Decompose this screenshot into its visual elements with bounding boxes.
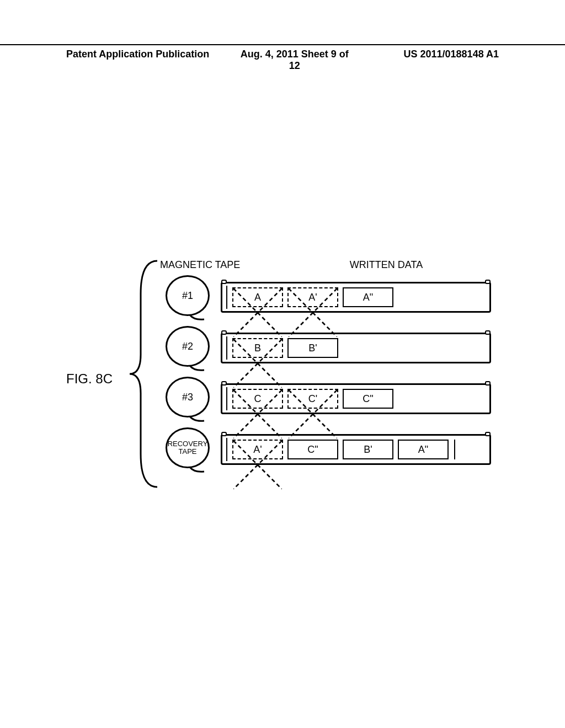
figure-label: FIG. 8C: [66, 371, 113, 387]
tape-leader-icon: [226, 387, 227, 410]
tape-strip: BB': [221, 333, 491, 363]
data-block: B': [343, 440, 393, 459]
data-block-label: C": [363, 393, 373, 405]
data-block-label: B: [254, 342, 261, 354]
tape-loop-icon: [485, 432, 491, 436]
curly-brace-icon: [127, 255, 160, 493]
data-block: C": [287, 440, 338, 459]
tape-loop-icon: [221, 280, 227, 284]
data-block-label: A": [418, 444, 428, 456]
tape-leader-icon: [226, 286, 227, 309]
reel-label: #2: [166, 326, 210, 367]
tape-loop-icon: [485, 330, 491, 335]
tape-loop-icon: [221, 432, 227, 436]
data-block: A: [232, 287, 283, 307]
tape-row: #2BB': [163, 323, 491, 373]
tape-strip: A'C"B'A": [221, 434, 491, 465]
column-headers: MAGNETIC TAPE WRITTEN DATA: [160, 259, 491, 271]
tape-reel: RECOVERYTAPE: [163, 425, 212, 474]
tape-reel: #3: [163, 374, 212, 423]
col-written-data: WRITTEN DATA: [248, 259, 491, 271]
data-block-label: C': [308, 393, 317, 405]
data-block-label: B': [308, 342, 317, 354]
tape-row: RECOVERYTAPEA'C"B'A": [163, 424, 491, 475]
tape-loop-icon: [221, 381, 227, 386]
header-left: Patent Application Publication: [66, 49, 234, 72]
page-header: Patent Application Publication Aug. 4, 2…: [0, 44, 565, 72]
data-block-label: A: [254, 292, 261, 303]
end-marker: [454, 440, 455, 459]
tape-row: #1AA'A": [163, 272, 491, 323]
header-mid: Aug. 4, 2011 Sheet 9 of 12: [234, 49, 355, 72]
data-block-label: A': [308, 292, 317, 303]
tape-loop-icon: [485, 280, 491, 284]
reel-label: #1: [166, 275, 210, 316]
data-block: B: [232, 338, 283, 358]
tape-loop-icon: [485, 381, 491, 386]
tape-row: #3CC'C": [163, 373, 491, 424]
tape-strip: AA'A": [221, 282, 491, 313]
data-block-label: B': [364, 444, 372, 456]
data-block: C: [232, 389, 283, 409]
tape-leader-icon: [226, 336, 227, 360]
reel-label: RECOVERYTAPE: [166, 427, 210, 468]
reel-tail-icon: [189, 365, 205, 371]
data-block-label: C": [307, 444, 318, 456]
data-block: A': [232, 440, 283, 459]
data-block: A': [287, 287, 338, 307]
reel-tail-icon: [189, 415, 205, 422]
data-block: B': [287, 338, 338, 358]
data-block: A": [398, 440, 449, 459]
figure-8c: MAGNETIC TAPE WRITTEN DATA FIG. 8C #1AA'…: [72, 259, 491, 475]
header-right: US 2011/0188148 A1: [355, 49, 499, 72]
col-magnetic-tape: MAGNETIC TAPE: [160, 259, 248, 271]
tape-loop-icon: [221, 330, 227, 335]
reel-tail-icon: [189, 466, 205, 473]
data-block-label: A": [363, 292, 373, 303]
reel-label: #3: [166, 377, 210, 417]
tape-reel: #2: [163, 324, 212, 372]
data-block: C': [287, 389, 338, 409]
data-block: A": [343, 287, 393, 307]
data-block: C": [343, 389, 393, 409]
reel-tail-icon: [189, 314, 205, 320]
tape-leader-icon: [226, 438, 227, 461]
data-block-label: A': [253, 444, 262, 456]
tape-strip: CC'C": [221, 383, 491, 414]
data-block-label: C: [254, 393, 262, 405]
tape-reel: #1: [163, 273, 212, 322]
